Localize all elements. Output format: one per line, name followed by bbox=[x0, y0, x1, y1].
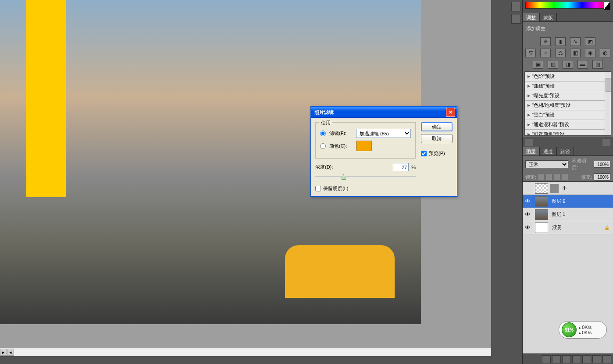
density-input[interactable] bbox=[393, 163, 409, 171]
preset-item[interactable]: "曝光度"预设 bbox=[525, 91, 611, 101]
scroll-track[interactable] bbox=[14, 349, 491, 356]
curves-icon[interactable]: ∿ bbox=[570, 37, 581, 46]
group-icon[interactable] bbox=[582, 355, 591, 363]
visibility-icon[interactable] bbox=[523, 182, 533, 195]
tab-channels[interactable]: 通道 bbox=[540, 147, 557, 155]
layer-name[interactable]: 手 bbox=[560, 185, 613, 191]
preview-checkbox[interactable] bbox=[421, 151, 427, 156]
layer-name[interactable]: 图层 1 bbox=[550, 211, 613, 218]
layer-thumbnail[interactable] bbox=[535, 209, 548, 220]
use-legend: 使用 bbox=[319, 120, 332, 126]
layer-thumbnail[interactable] bbox=[535, 183, 548, 194]
fx-icon[interactable] bbox=[552, 355, 561, 363]
fill-input[interactable] bbox=[594, 173, 610, 180]
new-layer-icon[interactable] bbox=[592, 355, 601, 363]
photo-filter-icon[interactable]: ◉ bbox=[585, 49, 595, 57]
layer-item[interactable]: 👁 背景 🔒 bbox=[523, 221, 613, 234]
color-panel bbox=[523, 0, 613, 13]
preset-item[interactable]: "黑白"预设 bbox=[525, 110, 611, 120]
color-radio[interactable] bbox=[320, 143, 326, 149]
opacity-label: 不透明度: bbox=[572, 158, 592, 171]
tab-adjustments[interactable]: 调整 bbox=[523, 13, 540, 21]
lock-paint-icon[interactable] bbox=[546, 174, 552, 180]
lock-transparent-icon[interactable] bbox=[538, 174, 544, 180]
density-slider[interactable] bbox=[315, 174, 416, 183]
adjustment-layer-icon[interactable] bbox=[572, 355, 581, 363]
layer-name[interactable]: 背景 bbox=[550, 224, 604, 231]
blend-mode-select[interactable]: 正常 bbox=[525, 160, 568, 168]
filter-radio[interactable] bbox=[320, 131, 326, 136]
preset-item[interactable]: "通道混和器"预设 bbox=[525, 120, 611, 130]
balance-icon[interactable]: ⚖ bbox=[555, 49, 566, 57]
brightness-icon[interactable]: ☀ bbox=[540, 37, 551, 46]
scroll-end-icon[interactable]: ▸ bbox=[0, 349, 7, 356]
preserve-luminosity-label: 保留明度(L) bbox=[323, 185, 348, 192]
dialog-title: 照片滤镜 bbox=[314, 109, 446, 116]
layers-footer bbox=[523, 353, 613, 364]
close-icon[interactable]: ✕ bbox=[446, 108, 455, 117]
delete-icon[interactable] bbox=[602, 355, 611, 363]
ok-button[interactable]: 确定 bbox=[421, 122, 453, 131]
tab-masks[interactable]: 蒙版 bbox=[540, 13, 557, 21]
tab-paths[interactable]: 路径 bbox=[557, 147, 574, 155]
threshold-icon[interactable]: ◨ bbox=[563, 60, 573, 69]
color-spectrum[interactable] bbox=[525, 2, 610, 9]
preset-item[interactable]: "色阶"预设 bbox=[525, 72, 611, 81]
scroll-left-icon[interactable]: ◂ bbox=[7, 349, 14, 356]
preset-item[interactable]: "可选颜色"预设 bbox=[525, 130, 611, 135]
visibility-icon[interactable]: 👁 bbox=[523, 195, 533, 208]
layer-item[interactable]: 👁 图层 1 bbox=[523, 208, 613, 221]
vibrance-icon[interactable]: ▽ bbox=[525, 49, 536, 57]
photo-filter-dialog: 照片滤镜 ✕ 使用 滤镜(F): 加温滤镜 (85) 颜色(C): bbox=[310, 106, 457, 197]
color-swatch[interactable] bbox=[356, 141, 372, 151]
preset-item[interactable]: "色相/饱和度"预设 bbox=[525, 101, 611, 110]
density-unit: % bbox=[411, 165, 416, 170]
mask-icon[interactable] bbox=[562, 355, 571, 363]
visibility-icon[interactable]: 👁 bbox=[523, 221, 533, 234]
preview-label: 预览(P) bbox=[429, 150, 445, 157]
presets-scrollbar[interactable] bbox=[605, 72, 611, 135]
return-icon[interactable] bbox=[525, 139, 533, 146]
selective-icon[interactable]: ▧ bbox=[592, 60, 603, 69]
performance-indicator: 51% 0K/s 0K/s bbox=[559, 321, 607, 339]
layer-name[interactable]: 图层 6 bbox=[550, 198, 613, 205]
perf-down: 0K/s bbox=[579, 330, 592, 335]
horizontal-scrollbar[interactable]: ▸ ◂ bbox=[0, 348, 491, 356]
adjustment-icon bbox=[550, 184, 559, 193]
dialog-titlebar[interactable]: 照片滤镜 ✕ bbox=[311, 106, 457, 118]
slider-thumb[interactable] bbox=[342, 174, 346, 180]
layers-tabs: 图层 通道 路径 bbox=[523, 147, 613, 156]
right-panels: 调整 蒙版 添加调整 ☀ ▮ ∿ ◩ ▽ ≡ ⚖ ◧ ◉ ◐ ▣ ▨ ◨ bbox=[510, 0, 613, 364]
strip-icon[interactable] bbox=[511, 14, 521, 24]
adjustment-presets: "色阶"预设 "曲线"预设 "曝光度"预设 "色相/饱和度"预设 "黑白"预设 … bbox=[524, 71, 611, 136]
adjustments-footer bbox=[523, 138, 613, 147]
exposure-icon[interactable]: ◩ bbox=[585, 37, 595, 46]
strip-icon[interactable] bbox=[511, 2, 521, 11]
gradient-icon[interactable]: ▬ bbox=[577, 60, 588, 69]
preset-item[interactable]: "曲线"预设 bbox=[525, 81, 611, 91]
filter-select[interactable]: 加温滤镜 (85) bbox=[356, 129, 411, 138]
layer-item[interactable]: 手 bbox=[523, 182, 613, 195]
preserve-luminosity-checkbox[interactable] bbox=[315, 186, 321, 191]
invert-icon[interactable]: ▣ bbox=[533, 60, 543, 69]
lock-all-icon[interactable] bbox=[562, 174, 568, 180]
trash-icon[interactable] bbox=[602, 139, 610, 146]
link-icon[interactable] bbox=[542, 355, 551, 363]
levels-icon[interactable]: ▮ bbox=[555, 37, 566, 46]
hue-icon[interactable]: ≡ bbox=[540, 49, 551, 57]
mixer-icon[interactable]: ◐ bbox=[600, 49, 610, 57]
lock-label: 锁定: bbox=[525, 174, 536, 180]
density-label: 浓度(D): bbox=[315, 164, 390, 170]
layer-item[interactable]: 👁 图层 6 bbox=[523, 195, 613, 208]
adjustments-panel: 添加调整 ☀ ▮ ∿ ◩ ▽ ≡ ⚖ ◧ ◉ ◐ ▣ ▨ ◨ ▬ ▧ bbox=[523, 22, 613, 138]
visibility-icon[interactable]: 👁 bbox=[523, 208, 533, 221]
add-adjustment-label: 添加调整 bbox=[524, 25, 611, 35]
posterize-icon[interactable]: ▨ bbox=[548, 60, 558, 69]
layer-thumbnail[interactable] bbox=[535, 196, 548, 207]
lock-position-icon[interactable] bbox=[554, 174, 560, 180]
tab-layers[interactable]: 图层 bbox=[523, 147, 540, 155]
bw-icon[interactable]: ◧ bbox=[570, 49, 581, 57]
layer-thumbnail[interactable] bbox=[535, 223, 548, 233]
opacity-input[interactable] bbox=[594, 161, 610, 168]
cancel-button[interactable]: 取消 bbox=[421, 134, 453, 143]
